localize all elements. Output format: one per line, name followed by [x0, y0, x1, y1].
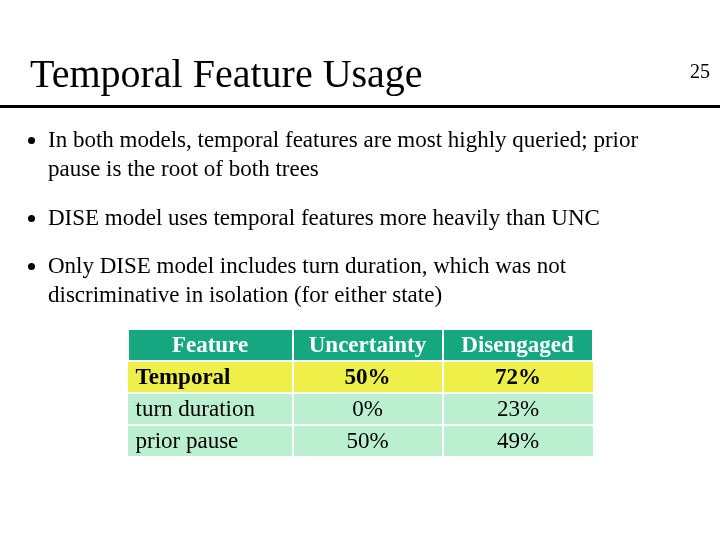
slide: 25 Temporal Feature Usage In both models…: [0, 50, 720, 540]
table-row: prior pause 50% 49%: [128, 425, 593, 456]
cell-uncertainty: 50%: [293, 361, 443, 393]
cell-feature-text: Temporal: [136, 364, 231, 389]
slide-title: Temporal Feature Usage: [30, 50, 720, 97]
feature-table: Feature Uncertainty Disengaged Temporal …: [127, 330, 594, 456]
cell-val-text: 72%: [495, 364, 541, 389]
bullet-item: DISE model uses temporal features more h…: [48, 204, 696, 233]
cell-disengaged: 23%: [443, 393, 593, 425]
title-rule: [0, 105, 720, 108]
table-row: turn duration 0% 23%: [128, 393, 593, 425]
cell-disengaged: 72%: [443, 361, 593, 393]
cell-feature: Temporal: [128, 361, 293, 393]
cell-uncertainty: 50%: [293, 425, 443, 456]
page-number: 25: [690, 60, 710, 83]
table-row: Temporal 50% 72%: [128, 361, 593, 393]
col-uncertainty: Uncertainty: [293, 330, 443, 361]
col-disengaged: Disengaged: [443, 330, 593, 361]
cell-feature: turn duration: [128, 393, 293, 425]
cell-uncertainty: 0%: [293, 393, 443, 425]
col-feature: Feature: [128, 330, 293, 361]
cell-feature: prior pause: [128, 425, 293, 456]
cell-disengaged: 49%: [443, 425, 593, 456]
cell-val-text: 50%: [345, 364, 391, 389]
table-header-row: Feature Uncertainty Disengaged: [128, 330, 593, 361]
bullet-item: Only DISE model includes turn duration, …: [48, 252, 696, 310]
bullet-list: In both models, temporal features are mo…: [48, 126, 696, 310]
bullet-item: In both models, temporal features are mo…: [48, 126, 696, 184]
table-wrap: Feature Uncertainty Disengaged Temporal …: [0, 330, 720, 456]
